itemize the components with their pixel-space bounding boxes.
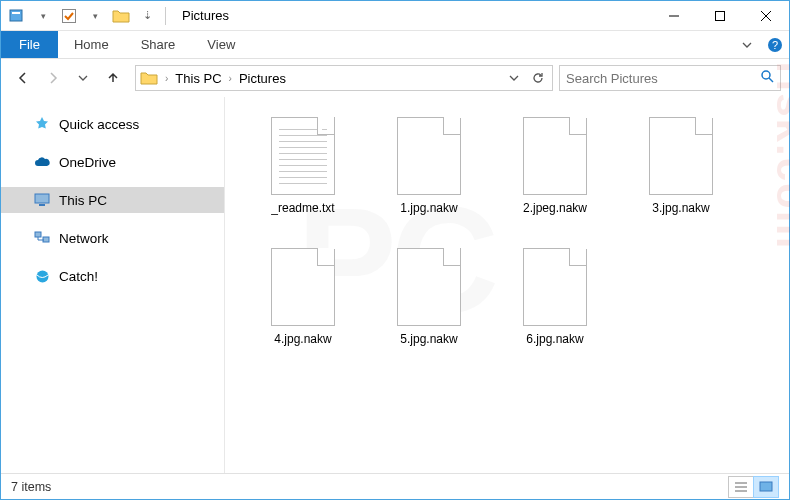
- close-button[interactable]: [743, 1, 789, 31]
- blank-file-icon: [519, 242, 591, 326]
- svg-rect-4: [716, 11, 725, 20]
- svg-rect-19: [760, 482, 772, 491]
- view-icons-button[interactable]: [753, 476, 779, 498]
- help-button[interactable]: ?: [761, 31, 789, 58]
- file-name: 2.jpeg.nakw: [523, 201, 587, 216]
- search-input[interactable]: [566, 71, 760, 86]
- search-box[interactable]: [559, 65, 781, 91]
- sidebar-item-label: Catch!: [59, 269, 98, 284]
- sidebar-item-network[interactable]: Network: [1, 225, 224, 251]
- sidebar-item-onedrive[interactable]: OneDrive: [1, 149, 224, 175]
- nav-pane: Quick access OneDrive This PC Network Ca…: [1, 97, 225, 473]
- sidebar-item-label: OneDrive: [59, 155, 116, 170]
- address-dropdown-button[interactable]: [502, 66, 526, 90]
- ball-icon: [33, 267, 51, 285]
- recent-locations-button[interactable]: [69, 64, 97, 92]
- svg-point-9: [762, 71, 770, 79]
- window-title: Pictures: [172, 8, 229, 23]
- file-tab[interactable]: File: [1, 31, 58, 58]
- forward-button[interactable]: [39, 64, 67, 92]
- file-list[interactable]: _readme.txt1.jpg.nakw2.jpeg.nakw3.jpg.na…: [225, 97, 789, 473]
- maximize-button[interactable]: [697, 1, 743, 31]
- quick-access-toolbar: ▾ ▾ ⇣: [1, 4, 159, 28]
- sidebar-item-label: This PC: [59, 193, 107, 208]
- network-icon: [33, 229, 51, 247]
- star-icon: [33, 115, 51, 133]
- folder-icon: [138, 67, 160, 89]
- cloud-icon: [33, 153, 51, 171]
- file-item[interactable]: 2.jpeg.nakw: [505, 111, 605, 216]
- file-name: 4.jpg.nakw: [274, 332, 331, 347]
- svg-text:?: ?: [772, 39, 778, 51]
- blank-file-icon: [645, 111, 717, 195]
- monitor-icon: [33, 191, 51, 209]
- tab-share[interactable]: Share: [125, 31, 192, 58]
- blank-file-icon: [393, 242, 465, 326]
- svg-rect-13: [35, 232, 41, 237]
- blank-file-icon: [267, 242, 339, 326]
- ribbon-tabs: File Home Share View ?: [1, 31, 789, 59]
- file-name: 5.jpg.nakw: [400, 332, 457, 347]
- view-details-button[interactable]: [728, 476, 754, 498]
- file-name: 6.jpg.nakw: [526, 332, 583, 347]
- svg-rect-2: [63, 9, 76, 22]
- sidebar-item-catch[interactable]: Catch!: [1, 263, 224, 289]
- status-bar: 7 items: [1, 473, 789, 499]
- file-name: 1.jpg.nakw: [400, 201, 457, 216]
- up-button[interactable]: [99, 64, 127, 92]
- tab-view[interactable]: View: [191, 31, 251, 58]
- body: Quick access OneDrive This PC Network Ca…: [1, 97, 789, 473]
- titlebar: ▾ ▾ ⇣ Pictures: [1, 1, 789, 31]
- file-item[interactable]: 6.jpg.nakw: [505, 242, 605, 347]
- svg-rect-1: [12, 12, 20, 14]
- qat-checkbox-icon[interactable]: [57, 4, 81, 28]
- blank-file-icon: [519, 111, 591, 195]
- file-item[interactable]: 4.jpg.nakw: [253, 242, 353, 347]
- qat-folder-icon[interactable]: [109, 4, 133, 28]
- navbar: › This PC › Pictures: [1, 59, 789, 97]
- file-item[interactable]: 3.jpg.nakw: [631, 111, 731, 216]
- tab-home[interactable]: Home: [58, 31, 125, 58]
- chevron-right-icon[interactable]: ›: [226, 73, 235, 84]
- minimize-button[interactable]: [651, 1, 697, 31]
- svg-rect-11: [35, 194, 49, 203]
- search-icon[interactable]: [760, 69, 774, 87]
- qat-properties-icon[interactable]: [5, 4, 29, 28]
- file-item[interactable]: 5.jpg.nakw: [379, 242, 479, 347]
- svg-line-10: [769, 78, 773, 82]
- qat-overflow-icon[interactable]: ⇣: [135, 4, 159, 28]
- refresh-button[interactable]: [526, 66, 550, 90]
- svg-rect-12: [39, 204, 45, 206]
- titlebar-separator: [165, 7, 166, 25]
- svg-rect-0: [10, 10, 22, 21]
- blank-file-icon: [393, 111, 465, 195]
- sidebar-item-label: Quick access: [59, 117, 139, 132]
- explorer-window: PC risk.com ▾ ▾ ⇣ Pictures File: [0, 0, 790, 500]
- chevron-right-icon[interactable]: ›: [162, 73, 171, 84]
- address-bar[interactable]: › This PC › Pictures: [135, 65, 553, 91]
- sidebar-item-quick-access[interactable]: Quick access: [1, 111, 224, 137]
- window-controls: [651, 1, 789, 31]
- file-item[interactable]: 1.jpg.nakw: [379, 111, 479, 216]
- file-item[interactable]: _readme.txt: [253, 111, 353, 216]
- status-item-count: 7 items: [11, 480, 51, 494]
- qat-dropdown2-icon[interactable]: ▾: [83, 4, 107, 28]
- file-name: _readme.txt: [271, 201, 334, 216]
- ribbon-expand-button[interactable]: [733, 31, 761, 58]
- sidebar-item-this-pc[interactable]: This PC: [1, 187, 224, 213]
- qat-dropdown-icon[interactable]: ▾: [31, 4, 55, 28]
- file-name: 3.jpg.nakw: [652, 201, 709, 216]
- sidebar-item-label: Network: [59, 231, 109, 246]
- breadcrumb-this-pc[interactable]: This PC: [171, 66, 225, 90]
- view-toggle: [729, 476, 779, 498]
- text-file-icon: [267, 111, 339, 195]
- back-button[interactable]: [9, 64, 37, 92]
- breadcrumb-pictures[interactable]: Pictures: [235, 66, 290, 90]
